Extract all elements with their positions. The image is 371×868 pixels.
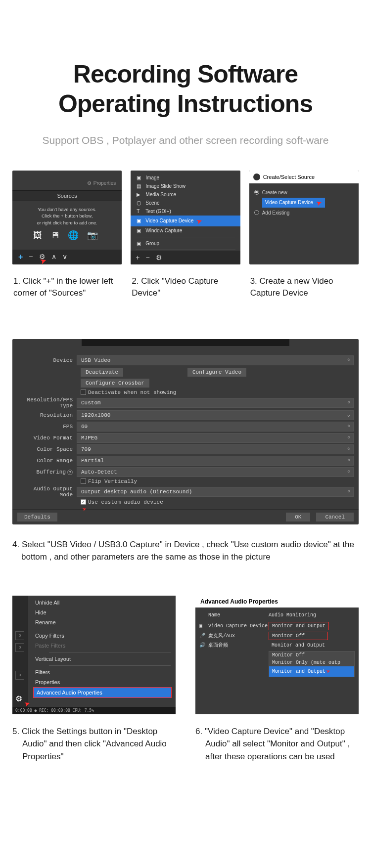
setting-color-range[interactable]: Partial xyxy=(77,456,354,466)
settings-gear-icon[interactable]: ⚙ xyxy=(15,694,22,703)
context-menu-item[interactable]: Properties xyxy=(28,677,176,687)
dropdown-option[interactable]: Monitor and Output➤ xyxy=(269,666,354,677)
source-menu-item[interactable]: ▶Media Source xyxy=(131,190,240,199)
screenshot-step-3: Create/Select Source Create new Video Ca… xyxy=(249,171,359,264)
context-menu-item[interactable]: Copy Filters xyxy=(28,631,176,641)
source-menu-item[interactable]: ▣Window Capture xyxy=(131,226,240,235)
page-title: Recording SoftwareOperating Instructions xyxy=(12,59,359,119)
obs-icon xyxy=(253,174,260,180)
setting-device[interactable]: USB Video xyxy=(77,355,354,365)
caption-step-3: 3. Create a new Video Capture Device xyxy=(249,275,359,300)
page-subtitle: Support OBS , Potplayer and other screen… xyxy=(12,132,359,148)
checkbox-row[interactable]: Deactivate when not showing xyxy=(81,390,354,395)
source-menu-item[interactable]: ▢Scene xyxy=(131,199,240,207)
setting-resolution-fps-type[interactable]: Custom xyxy=(77,398,354,408)
add-existing-radio[interactable]: Add Existing xyxy=(254,210,354,216)
context-menu-item[interactable]: Advanced Audio Properties xyxy=(33,687,172,698)
audio-source-row: ▣Video Capture DeviceMonitor and Output xyxy=(199,622,355,630)
screenshot-step-1: Properties Sources You don't have any so… xyxy=(12,171,122,264)
table-header: Name Audio Monitoring xyxy=(199,612,355,618)
setting-video-format[interactable]: MJPEG xyxy=(77,433,354,443)
add-icon[interactable]: + xyxy=(136,254,139,261)
defaults-button[interactable]: Defaults xyxy=(17,513,57,521)
add-source-button[interactable]: + xyxy=(18,253,23,261)
dropdown-option[interactable]: Monitor Off xyxy=(269,651,354,659)
audio-source-row: 🔊桌面音频Monitor and Output xyxy=(199,642,355,649)
screenshot-step-4: DeviceUSB VideoDeactivateConfigure Video… xyxy=(12,339,359,524)
dialog-title: Advanced Audio Properties xyxy=(195,596,359,608)
gear-icon[interactable]: ⚙ xyxy=(156,254,162,261)
setting-color-space[interactable]: 709 xyxy=(77,444,354,454)
context-menu-item[interactable]: Filters xyxy=(28,667,176,677)
source-menu-item[interactable]: ▤Image Slide Show xyxy=(131,182,240,190)
audio-source-row: 🎤麦克风/AuxMonitor Off xyxy=(199,632,355,640)
screenshot-step-2: ▣Image▤Image Slide Show▶Media Source▢Sce… xyxy=(131,171,240,264)
ok-button[interactable]: OK xyxy=(286,513,310,521)
minus-icon[interactable]: − xyxy=(146,254,150,261)
properties-label: Properties xyxy=(87,180,116,186)
cancel-button[interactable]: Cancel xyxy=(316,513,354,521)
sources-header: Sources xyxy=(12,190,122,201)
source-menu-item[interactable]: ▣Video Capture Device➤ xyxy=(131,216,240,226)
checkbox-row[interactable]: Use custom audio device➤ xyxy=(81,499,354,505)
caption-step-6: 6. "Video Capture Device" and "Desktop A… xyxy=(195,725,359,763)
setting-buffering[interactable]: Auto-Detect xyxy=(77,467,354,477)
config-button[interactable]: Configure Crossbar xyxy=(81,379,149,388)
dropdown-option[interactable]: Monitor Only (mute outp xyxy=(269,659,354,666)
setting-fps[interactable]: 60 xyxy=(77,422,354,432)
source-menu-item[interactable]: ▣Group xyxy=(131,239,240,248)
context-menu-item[interactable]: Unhide All xyxy=(28,598,176,608)
source-menu-item[interactable]: TText (GDI+) xyxy=(131,207,240,216)
source-type-icons: 🖼 🖥 🌐 📷 xyxy=(12,230,122,241)
empty-sources-msg: You don't have any sources. Click the + … xyxy=(20,206,114,226)
move-down-icon[interactable]: ∨ xyxy=(62,253,67,261)
remove-source-button[interactable]: − xyxy=(29,253,33,261)
context-menu-item[interactable]: Hide xyxy=(28,608,176,617)
monitoring-value[interactable]: Monitor Off xyxy=(269,632,328,640)
dialog-title-bar: Create/Select Source xyxy=(249,171,359,183)
screenshot-step-5: 0 0 0 ⚙ Unhide AllHideRenameCopy Filters… xyxy=(12,596,176,714)
caption-step-4: 4. Select "USB Video / USB3.0 Capture" i… xyxy=(12,538,359,564)
config-button[interactable]: Deactivate xyxy=(81,368,123,377)
caption-step-5: 5. Click the Settings button in "Desktop… xyxy=(12,725,176,763)
move-up-icon[interactable]: ∧ xyxy=(51,253,56,261)
create-new-radio[interactable]: Create new xyxy=(254,190,354,195)
context-menu-item: Paste Filters xyxy=(28,641,176,651)
caption-step-2: 2. Click "Video Capture Device" xyxy=(131,275,240,300)
screenshot-step-6: Advanced Audio Properties Name Audio Mon… xyxy=(195,596,359,714)
setting-resolution[interactable]: 1920x1080 xyxy=(77,410,354,420)
monitoring-value[interactable]: Monitor and Output xyxy=(269,622,329,630)
context-menu-item[interactable]: Vertical Layout xyxy=(28,654,176,664)
monitoring-dropdown[interactable]: Monitor OffMonitor Only (mute outpMonito… xyxy=(269,651,355,677)
context-menu-item[interactable]: Rename xyxy=(28,617,176,627)
source-menu-item[interactable]: ▣Image xyxy=(131,174,240,182)
caption-step-1: 1. Click "+" in the lower left corner of… xyxy=(12,275,122,300)
setting-audio-output-mode[interactable]: Output desktop audio (DirectSound) xyxy=(77,487,354,497)
status-bar: 0:00:00 ● REC: 00:00:00 CPU: 7.5% xyxy=(12,707,176,714)
checkbox-row[interactable]: Flip Vertically xyxy=(81,478,354,484)
new-source-name-input[interactable]: Video Capture Device➤ xyxy=(262,198,325,208)
config-button[interactable]: Configure Video xyxy=(187,368,246,377)
